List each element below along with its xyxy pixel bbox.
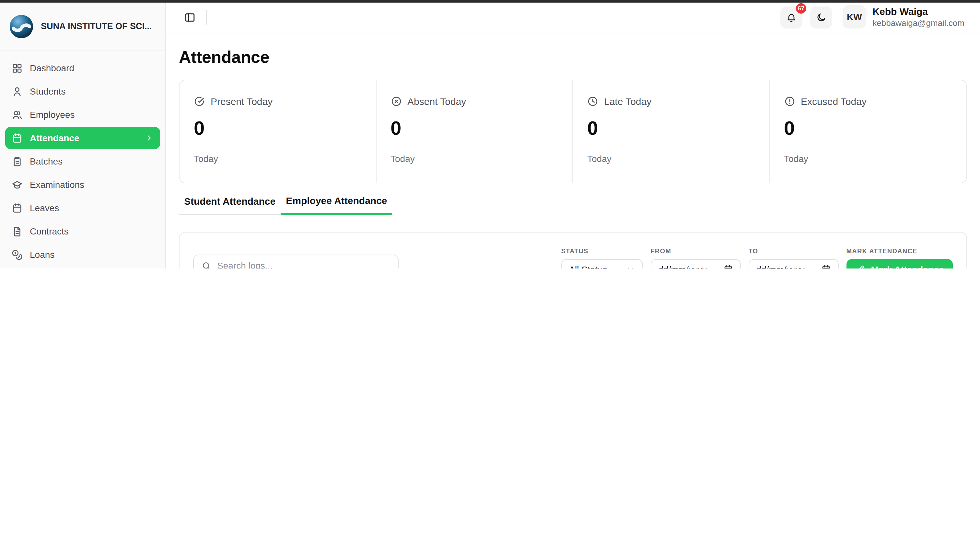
chevron-right-icon <box>145 133 154 143</box>
sidebar-item-dashboard[interactable]: Dashboard <box>5 57 160 79</box>
brand: SUNA INSTITUTE OF SCI... <box>0 3 165 51</box>
alert-circle-icon <box>784 96 795 107</box>
stat-value: 0 <box>587 117 755 139</box>
stat-label: Absent Today <box>407 96 466 107</box>
from-filter-label: FROM <box>651 247 740 254</box>
from-date-value: dd/mm/yyyy <box>658 264 706 268</box>
calendar-icon[interactable] <box>723 264 733 268</box>
window-top-strip <box>0 0 980 3</box>
x-circle-icon <box>390 96 401 107</box>
search-box[interactable] <box>193 254 399 268</box>
calendar-icon[interactable] <box>821 264 830 268</box>
notification-badge: 67 <box>795 3 806 13</box>
stat-card-excused-today: Excused Today0Today <box>770 80 966 183</box>
stat-caption: Today <box>194 154 361 164</box>
app-window: SUNA INSTITUTE OF SCI... DashboardStuden… <box>0 0 980 268</box>
theme-toggle-button[interactable] <box>810 6 832 28</box>
sidebar-nav: DashboardStudentsEmployeesAttendanceBatc… <box>0 51 165 268</box>
sidebar-item-students[interactable]: Students <box>5 80 160 102</box>
search-input[interactable] <box>217 261 390 268</box>
search-icon <box>202 261 211 268</box>
sidebar-item-contracts[interactable]: Contracts <box>5 220 160 242</box>
mark-attendance-group: MARK ATTENDANCE Mark Attendance <box>846 247 953 268</box>
attendance-card: STATUS All Status FROM dd/mm/yyyy <box>179 232 967 268</box>
stat-caption: Today <box>390 154 558 164</box>
stat-card-late-today: Late Today0Today <box>573 80 770 183</box>
sidebar-item-loans[interactable]: Loans <box>5 243 160 265</box>
coins-icon <box>12 249 23 260</box>
status-select[interactable]: All Status <box>561 259 643 268</box>
from-filter-group: FROM dd/mm/yyyy <box>651 247 740 268</box>
status-filter-group: STATUS All Status <box>561 247 643 268</box>
user-menu[interactable]: KW Kebb Waiga kebbawaiga@gmail.com <box>843 5 964 29</box>
calendar-check-icon <box>12 132 23 143</box>
suna-logo-icon <box>9 14 34 38</box>
sidebar: SUNA INSTITUTE OF SCI... DashboardStuden… <box>0 3 166 268</box>
calendar-icon <box>12 202 23 213</box>
header-divider <box>206 10 207 24</box>
graduation-cap-icon <box>12 179 23 190</box>
stat-label: Late Today <box>604 96 651 107</box>
stat-label: Present Today <box>211 96 272 107</box>
check-circle-icon <box>194 96 205 107</box>
stat-card-present-today: Present Today0Today <box>180 80 376 183</box>
main-area: 67 KW Kebb Waiga kebbawaiga@gmail.com At… <box>166 3 980 268</box>
to-filter-label: TO <box>748 247 838 254</box>
pencil-icon <box>855 264 865 268</box>
sidebar-item-attendance[interactable]: Attendance <box>5 127 160 149</box>
top-bar: 67 KW Kebb Waiga kebbawaiga@gmail.com <box>166 3 980 32</box>
stat-card-absent-today: Absent Today0Today <box>376 80 573 183</box>
clipboard-icon <box>12 156 23 167</box>
sidebar-item-leaves[interactable]: Leaves <box>5 197 160 219</box>
users-icon <box>12 109 23 120</box>
stat-value: 0 <box>784 117 952 139</box>
user-email: kebbawaiga@gmail.com <box>872 18 964 29</box>
stat-label: Excused Today <box>801 96 867 107</box>
to-filter-group: TO dd/mm/yyyy <box>748 247 838 268</box>
sidebar-toggle-icon[interactable] <box>184 11 196 23</box>
filter-bar: STATUS All Status FROM dd/mm/yyyy <box>180 232 966 268</box>
sidebar-item-employees[interactable]: Employees <box>5 104 160 126</box>
stat-value: 0 <box>194 117 361 139</box>
page-content: Attendance Present Today0TodayAbsent Tod… <box>166 32 980 268</box>
bell-icon <box>786 12 797 22</box>
to-date-value: dd/mm/yyyy <box>756 264 804 268</box>
user-name: Kebb Waiga <box>872 5 964 18</box>
clock-icon <box>587 96 598 107</box>
to-date-input[interactable]: dd/mm/yyyy <box>748 259 838 268</box>
from-date-input[interactable]: dd/mm/yyyy <box>651 259 740 268</box>
grid-icon <box>12 62 23 73</box>
brand-name: SUNA INSTITUTE OF SCI... <box>41 21 152 31</box>
tab-employee-attendance[interactable]: Employee Attendance <box>281 195 392 215</box>
user-icon <box>12 86 23 97</box>
tab-student-attendance[interactable]: Student Attendance <box>179 195 281 215</box>
mark-attendance-label: MARK ATTENDANCE <box>846 247 953 254</box>
sidebar-item-examinations[interactable]: Examinations <box>5 173 160 195</box>
tabs: Student AttendanceEmployee Attendance <box>179 195 967 215</box>
moon-icon <box>816 12 826 22</box>
user-avatar: KW <box>843 5 866 29</box>
notifications-button[interactable]: 67 <box>780 6 802 28</box>
status-select-value: All Status <box>569 264 607 268</box>
chevron-down-icon <box>626 265 635 268</box>
stats-row: Present Today0TodayAbsent Today0TodayLat… <box>179 80 967 183</box>
stat-caption: Today <box>784 154 952 164</box>
sidebar-item-batches[interactable]: Batches <box>5 150 160 172</box>
mark-attendance-button[interactable]: Mark Attendance <box>846 259 953 268</box>
page-title: Attendance <box>179 47 967 67</box>
stat-value: 0 <box>390 117 558 139</box>
file-text-icon <box>12 226 23 237</box>
status-filter-label: STATUS <box>561 247 643 254</box>
stat-caption: Today <box>587 154 755 164</box>
